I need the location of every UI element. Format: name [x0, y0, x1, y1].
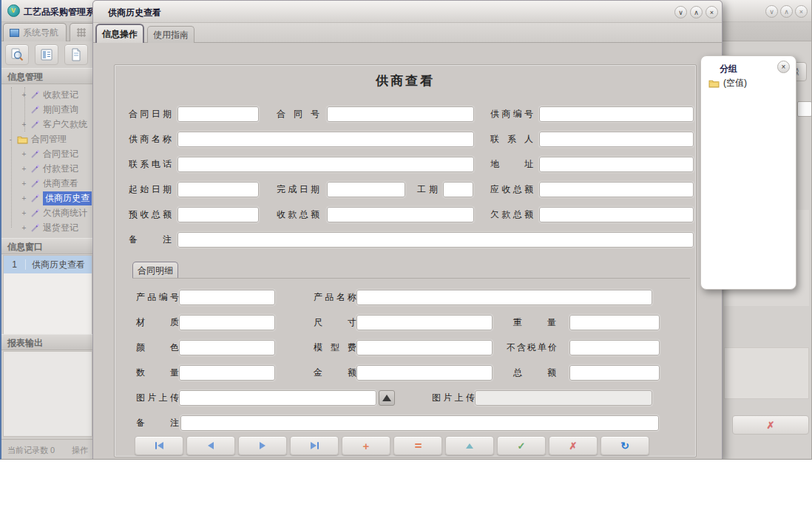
material-label: 材质 — [136, 315, 179, 330]
delete-record-button[interactable] — [393, 436, 442, 455]
row-index: 1 — [4, 259, 26, 270]
chevron-down-icon[interactable]: ∨ — [765, 5, 778, 18]
operation-label: 操作 — [72, 440, 88, 460]
close-icon[interactable]: × — [795, 5, 808, 18]
contract-no-input[interactable] — [327, 106, 474, 122]
expander[interactable]: + — [21, 120, 27, 129]
expander[interactable]: + — [21, 224, 27, 232]
duration-input[interactable] — [443, 182, 473, 197]
close-icon[interactable]: × — [777, 61, 790, 73]
received-total-input[interactable] — [327, 207, 474, 222]
model-fee-input[interactable] — [356, 340, 493, 355]
receivable-total-input[interactable] — [539, 182, 694, 197]
sidebar-item-shoukuan[interactable]: + 收款登记 — [1, 87, 92, 102]
image-upload-2-label: 图片上传 — [432, 390, 475, 406]
finish-date-label: 完成日期 — [277, 182, 319, 197]
supplier-name-input[interactable] — [177, 132, 474, 147]
contract-date-input[interactable] — [177, 106, 259, 122]
image-upload-button[interactable] — [379, 390, 395, 406]
color-input[interactable] — [179, 340, 275, 355]
form-view-button[interactable] — [35, 44, 58, 65]
image-upload-1-input[interactable] — [179, 390, 376, 406]
start-date-input[interactable] — [177, 182, 259, 197]
edit-record-button[interactable] — [445, 436, 494, 455]
tab-contract-detail[interactable]: 合同明细 — [132, 262, 178, 279]
expander[interactable]: + — [21, 180, 27, 188]
untaxed-price-input[interactable] — [569, 340, 660, 355]
wand-icon — [30, 208, 40, 218]
sidebar-item-hetongdengji[interactable]: + 合同登记 — [1, 146, 92, 161]
info-window-row[interactable]: 1 供商历史查看 — [4, 256, 92, 273]
search-button[interactable] — [5, 44, 29, 65]
cancel-record-icon: ✗ — [767, 420, 775, 431]
sidebar-item-gongshangchakan[interactable]: + 供商查看 — [1, 176, 92, 191]
first-record-icon — [158, 442, 163, 449]
prev-record-button[interactable] — [186, 436, 235, 455]
owed-total-input[interactable] — [539, 207, 694, 222]
sidebar-item-fukuandengji[interactable]: + 付款登记 — [1, 161, 92, 176]
product-name-input[interactable] — [356, 290, 652, 305]
weight-input[interactable] — [569, 315, 660, 330]
post-record-button[interactable]: ✓ — [497, 436, 546, 455]
remark-input[interactable] — [177, 232, 694, 248]
detail-remark-input[interactable] — [180, 415, 659, 431]
sidebar-item-hetongguanli[interactable]: - 合同管理 — [1, 132, 92, 146]
expander[interactable]: - — [7, 135, 14, 143]
supplier-view-groupbox: 供商查看 合同日期 合同号 供商编号 供商名称 联系人 联系电话 地址 起始日期… — [114, 64, 697, 457]
address-input[interactable] — [539, 157, 694, 172]
contact-phone-input[interactable] — [177, 157, 474, 172]
product-no-label: 产品编号 — [136, 290, 179, 305]
tab-system-nav[interactable]: 系统导航 — [3, 23, 67, 41]
last-record-button[interactable] — [290, 436, 339, 455]
supplier-no-input[interactable] — [539, 106, 694, 122]
first-record-button[interactable] — [135, 436, 183, 455]
total-input[interactable] — [569, 365, 660, 381]
contract-no-label: 合同号 — [277, 106, 319, 122]
contract-date-label: 合同日期 — [129, 106, 172, 122]
dialog-titlebar[interactable]: 供商历史查看 ∨ ∧ × — [93, 1, 722, 23]
group-panel-item-empty[interactable]: (空值) — [708, 77, 747, 89]
expander[interactable]: + — [21, 165, 27, 173]
insert-record-button[interactable]: + — [342, 436, 390, 455]
refresh-record-icon: ↻ — [620, 440, 629, 452]
background-panel-fragment — [724, 347, 809, 399]
material-input[interactable] — [179, 315, 275, 330]
refresh-record-button[interactable]: ↻ — [600, 436, 649, 455]
sidebar-item-tuihuodengji[interactable]: + 退货登记 — [1, 220, 92, 235]
cancel-record-button[interactable]: ✗ — [549, 436, 598, 455]
expander[interactable]: + — [21, 194, 27, 202]
document-button[interactable] — [64, 44, 88, 65]
finish-date-input[interactable] — [327, 182, 405, 197]
contact-person-input[interactable] — [539, 132, 694, 147]
sidebar-item-kehuqiankuan[interactable]: + 客户欠款统 — [1, 117, 92, 132]
quantity-input[interactable] — [179, 365, 275, 381]
wand-icon — [30, 164, 40, 174]
product-no-input[interactable] — [179, 290, 275, 305]
sidebar-item-gongshanglishi[interactable]: + 供商历史查 — [1, 191, 92, 205]
folder-icon — [17, 134, 28, 144]
image-upload-2-input[interactable] — [475, 390, 652, 406]
amount-input[interactable] — [356, 365, 493, 381]
section-info-window: 信息窗口 — [1, 238, 92, 254]
tab-usage-guide[interactable]: 使用指南 — [147, 26, 194, 43]
dialog-tabrow: 信息操作 使用指南 — [93, 23, 722, 43]
last-record-icon — [317, 442, 319, 449]
chevron-up-icon[interactable]: ∧ — [780, 5, 793, 18]
prepaid-total-input[interactable] — [177, 207, 259, 222]
expander[interactable]: + — [21, 150, 27, 158]
folder-icon — [708, 78, 720, 88]
size-input[interactable] — [356, 315, 493, 330]
sidebar-item-qijian[interactable]: 期间查询 — [1, 102, 92, 117]
expander[interactable]: + — [21, 91, 27, 99]
close-icon[interactable]: × — [706, 6, 718, 18]
sidebar-statusbar: 当前记录数 0 操作 — [1, 439, 92, 460]
chevron-down-icon[interactable]: ∨ — [674, 6, 687, 18]
background-cancel-button-fragment[interactable]: ✗ — [732, 415, 809, 435]
tab-info-operation[interactable]: 信息操作 — [95, 24, 144, 43]
expander[interactable]: + — [21, 209, 27, 217]
chevron-up-icon[interactable]: ∧ — [690, 6, 703, 18]
amount-label: 金额 — [314, 365, 356, 381]
next-record-button[interactable] — [238, 436, 287, 455]
sidebar-item-qiangongshang[interactable]: + 欠供商统计 — [1, 205, 92, 220]
cancel-record-icon: ✗ — [569, 440, 578, 452]
